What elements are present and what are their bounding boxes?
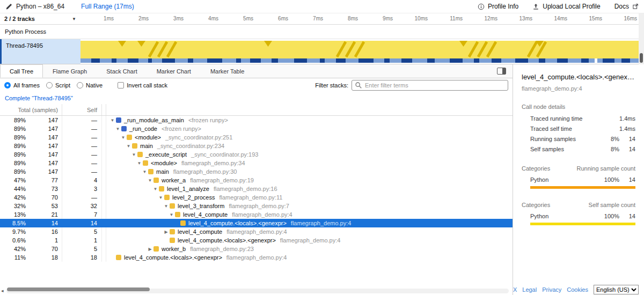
source-location: flamegraph_demo.py:11 <box>219 194 283 201</box>
row-self-samples: 4 <box>62 176 102 185</box>
row-self-samples: 18 <box>62 253 102 262</box>
expand-toggle-icon[interactable]: ▼ <box>115 127 121 131</box>
script-radio[interactable] <box>46 82 53 88</box>
expand-toggle-icon[interactable]: ▼ <box>109 118 115 123</box>
time-tick: 14ms <box>534 13 569 24</box>
table-row[interactable]: 32%5332▼level_3_transformflamegraph_demo… <box>0 202 513 210</box>
expand-toggle-icon[interactable]: ▼ <box>147 178 153 183</box>
source-location: flamegraph_demo.py:34 <box>181 160 245 166</box>
category-square-icon <box>175 212 180 217</box>
time-tick: 1ms <box>80 13 115 24</box>
expand-toggle-icon[interactable]: ▼ <box>163 204 169 209</box>
native-radio[interactable] <box>77 82 83 88</box>
row-total-percent: 11% <box>0 254 26 261</box>
table-row[interactable]: 89%147—▼_run_module_as_main<frozen runpy… <box>0 116 513 124</box>
tracks-dropdown[interactable]: 2 / 2 tracks ▼ <box>0 13 80 24</box>
total-samples-column-header[interactable]: Total (samples) <box>0 104 62 115</box>
invert-call-stack-checkbox[interactable] <box>118 82 124 88</box>
table-row[interactable]: 89%147—▼_execute_script_sync_coordinator… <box>0 150 513 159</box>
expand-toggle-icon[interactable]: ▼ <box>136 161 142 166</box>
upload-profile-button[interactable]: Upload Local Profile <box>532 3 600 10</box>
table-row[interactable]: 89%147—▼<module>_sync_coordinator.py:251 <box>0 133 513 142</box>
table-row[interactable]: 44%733▼level_1_analyzeflamegraph_demo.py… <box>0 185 513 193</box>
table-row[interactable]: 42%705▶worker_bflamegraph_demo.py:23 <box>0 245 513 253</box>
source-location: flamegraph_demo.py:4 <box>226 228 287 235</box>
table-row[interactable]: 89%147—▼main_sync_coordinator.py:234 <box>0 142 513 150</box>
filter-stacks-input[interactable] <box>352 80 508 91</box>
process-track[interactable]: Python Process <box>0 25 639 39</box>
thread-track-label[interactable]: Thread-78495 <box>0 39 80 64</box>
function-name: level_2_process <box>172 194 215 201</box>
category-square-icon <box>170 203 175 209</box>
expand-toggle-icon[interactable]: ▼ <box>169 212 174 217</box>
table-row[interactable]: 47%774▼worker_aflamegraph_demo.py:19 <box>0 176 513 185</box>
table-row[interactable]: 13%217▼level_4_computeflamegraph_demo.py… <box>0 210 513 219</box>
full-range-button[interactable]: Full Range (17ms) <box>81 3 134 10</box>
tracks-vertical-scrollbar[interactable] <box>639 13 644 64</box>
cookies-link[interactable]: Cookies <box>567 286 588 293</box>
row-total-samples: 73 <box>26 185 62 193</box>
function-name: level_1_analyze <box>167 186 209 192</box>
table-row[interactable]: 89%147—▼<module>flamegraph_demo.py:34 <box>0 159 513 167</box>
tab-stack-chart[interactable]: Stack Chart <box>97 64 147 78</box>
sidebar-toggle-icon[interactable] <box>497 68 506 75</box>
bottom-bar: ◂ X Legal Privacy Cookies English (US) <box>0 287 644 295</box>
expand-toggle-icon[interactable]: ▶ <box>163 230 169 234</box>
row-total-samples: 1 <box>26 236 62 245</box>
table-row[interactable]: 11%1818level_4_compute.<locals>.<genexpr… <box>0 253 513 262</box>
table-row[interactable]: 8.5%1414level_4_compute.<locals>.<genexp… <box>0 219 513 227</box>
row-self-samples: 5 <box>62 245 102 253</box>
detail-percent: 8% <box>600 136 619 142</box>
filter-stacks-label: Filter stacks: <box>315 82 348 88</box>
chevron-down-icon: ▼ <box>72 17 76 21</box>
horizontal-scrollbar-thumb[interactable] <box>7 287 150 291</box>
tab-flame-graph[interactable]: Flame Graph <box>43 64 97 78</box>
footer-close-button[interactable]: X <box>513 286 517 293</box>
docs-link[interactable]: Docs <box>614 3 639 10</box>
expand-toggle-icon[interactable]: ▼ <box>120 135 126 140</box>
tab-marker-chart[interactable]: Marker Chart <box>147 64 201 78</box>
expand-toggle-icon[interactable]: ▶ <box>147 247 153 252</box>
native-label[interactable]: Native <box>86 82 103 88</box>
scroll-left-arrow-icon[interactable]: ◂ <box>1 288 4 293</box>
self-column-header[interactable]: Self <box>62 104 102 115</box>
function-name: _run_module_as_main <box>124 117 184 123</box>
privacy-link[interactable]: Privacy <box>542 286 561 293</box>
row-total-samples: 147 <box>26 167 62 176</box>
expand-toggle-icon[interactable]: ▼ <box>152 187 158 191</box>
expand-toggle-icon[interactable]: ▼ <box>131 152 137 157</box>
selected-node-source: flamegraph_demo.py:4 <box>522 85 635 92</box>
tab-call-tree[interactable]: Call Tree <box>0 64 43 78</box>
self-category-bar <box>530 223 635 225</box>
category-square-icon <box>180 220 186 226</box>
table-row[interactable]: 89%147—▼mainflamegraph_demo.py:30 <box>0 167 513 176</box>
breadcrumb[interactable]: Complete “Thread-78495” <box>0 92 513 104</box>
script-label[interactable]: Script <box>55 82 70 88</box>
row-self-samples: 14 <box>62 219 102 227</box>
table-row[interactable]: 0.6%11level_4_compute.<locals>.<genexpr>… <box>0 236 513 245</box>
thread-track[interactable]: Thread-78495 <box>0 39 639 64</box>
thread-activity-graph[interactable] <box>80 39 639 64</box>
tab-marker-table[interactable]: Marker Table <box>201 64 254 78</box>
time-ticks: 1ms2ms3ms4ms5ms6ms7ms8ms9ms10ms11ms12ms1… <box>80 13 639 24</box>
all-frames-label[interactable]: All frames <box>13 82 40 88</box>
table-row[interactable]: 42%70—▼level_2_processflamegraph_demo.py… <box>0 193 513 202</box>
expand-toggle-icon[interactable]: ▼ <box>158 195 164 200</box>
category-square-icon <box>121 126 127 131</box>
expand-toggle-icon[interactable]: ▼ <box>142 169 148 174</box>
category-square-icon <box>116 117 121 123</box>
invert-call-stack-label[interactable]: Invert call stack <box>127 82 167 88</box>
all-frames-radio[interactable] <box>4 82 11 88</box>
language-select[interactable]: English (US) <box>594 285 639 294</box>
expand-toggle-icon[interactable]: ▼ <box>126 144 131 149</box>
legal-link[interactable]: Legal <box>522 286 537 293</box>
table-row[interactable]: 9.7%165▶level_4_computeflamegraph_demo.p… <box>0 227 513 236</box>
source-location: _sync_coordinator.py:251 <box>165 134 232 141</box>
table-header: Total (samples) Self <box>0 104 513 116</box>
detail-value: 1.4ms <box>619 115 635 122</box>
row-self-samples: — <box>62 124 102 133</box>
table-row[interactable]: 89%147—▼_run_code<frozen runpy> <box>0 124 513 133</box>
time-tick: 7ms <box>290 13 325 24</box>
vertical-scrollbar-thumb[interactable] <box>640 53 643 63</box>
profile-info-button[interactable]: Profile Info <box>478 3 518 10</box>
